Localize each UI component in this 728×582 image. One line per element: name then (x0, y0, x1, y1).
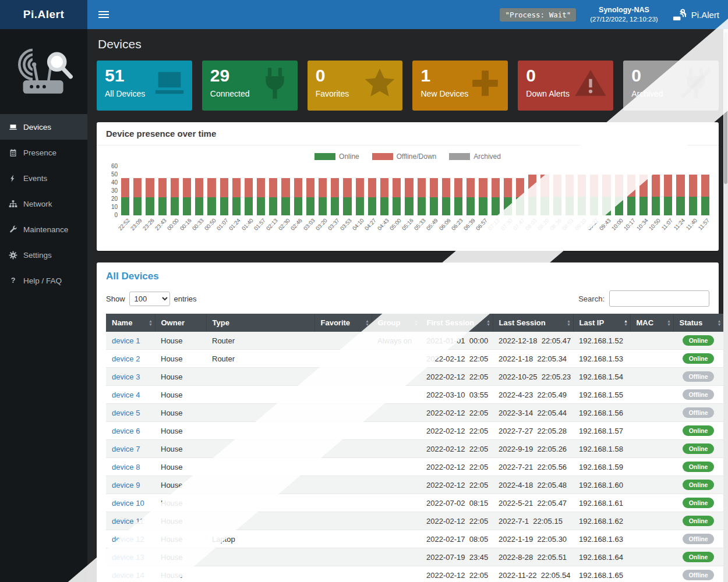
sidebar-item-maintenance[interactable]: Maintenance (0, 217, 87, 242)
calendar-icon (9, 148, 17, 157)
table-row[interactable]: device 12HouseLaptop2022-02-17 08:052022… (106, 530, 723, 548)
chart-bar (442, 166, 450, 215)
table-row[interactable]: device 4House2022-03-10 03:552022-4-23 2… (106, 386, 723, 404)
column-header-favorite[interactable]: Favorite▴▾ (314, 314, 372, 332)
table-row[interactable]: device 1HouseRouterAlways on2021-01-01 0… (106, 332, 723, 350)
table-row[interactable]: device 9House2022-02-12 22:052022-4-18 2… (106, 476, 723, 494)
wrench-icon (9, 225, 17, 234)
host-timestamp: (27/12/2022, 12:10:23) (590, 15, 658, 24)
hamburger-menu-icon[interactable] (96, 8, 111, 22)
stat-card-connected[interactable]: 29 Connected (202, 61, 298, 111)
table-row[interactable]: device 5House2022-02-12 22:052022-3-14 2… (106, 404, 723, 422)
page-length-select[interactable]: 100 (129, 292, 170, 306)
chart-bar (454, 166, 462, 215)
column-header-first-session[interactable]: First Session▴▾ (420, 314, 493, 332)
table-row[interactable]: device 7House2022-02-12 22:052022-9-19 2… (106, 440, 723, 458)
star-icon (363, 66, 397, 100)
device-link[interactable]: device 7 (112, 445, 140, 453)
stat-card-down-alerts[interactable]: 0 Down Alerts (518, 61, 613, 111)
sidebar-item-help-faq[interactable]: ? Help / FAQ (0, 268, 87, 293)
table-row[interactable]: device 11House2022-02-12 22:052022-7-1 2… (106, 512, 723, 530)
scrollbar-thumb[interactable] (724, 33, 727, 184)
vertical-scrollbar[interactable] (723, 29, 728, 582)
stat-card-new-devices[interactable]: 1 New Devices (412, 61, 508, 111)
cell-first_session: 2022-02-12 22:05 (420, 404, 493, 422)
chart-bar (368, 166, 376, 215)
device-link[interactable]: device 9 (112, 481, 140, 489)
device-link[interactable]: device 2 (112, 354, 140, 363)
table-row[interactable]: device 14House2022-02-12 22:052022-11-22… (106, 566, 723, 582)
sidebar-item-label: Settings (23, 251, 52, 260)
table-row[interactable]: device 2HouseRouter2022-02-12 22:052022-… (106, 350, 723, 368)
column-header-name[interactable]: Name▴▾ (106, 314, 155, 332)
column-header-type[interactable]: Type (206, 314, 314, 332)
cell-status: Offline (673, 368, 723, 386)
chart-y-tick: 60 (111, 163, 118, 169)
legend-swatch (449, 153, 470, 160)
table-row[interactable]: device 3House2022-02-12 22:052022-10-25 … (106, 368, 723, 386)
device-link[interactable]: device 5 (112, 409, 140, 417)
table-row[interactable]: device 8House2022-02-12 22:052022-7-21 2… (106, 458, 723, 476)
cell-status: Online (673, 422, 723, 440)
sidebar-item-label: Presence (23, 148, 56, 157)
app-logo[interactable]: Pi.Alert (0, 0, 87, 29)
device-link[interactable]: device 11 (112, 517, 144, 526)
stat-card-archived[interactable]: 0 Archived (623, 61, 719, 111)
chart-x-label: 06:57 (479, 217, 487, 244)
cell-status: Offline (673, 386, 723, 404)
navbar-brand-right[interactable]: Pi.Alert (672, 8, 719, 22)
chart-bar (171, 166, 179, 215)
chart-x-label: 03:37 (331, 217, 339, 244)
table-row[interactable]: device 6House2022-02-12 22:052022-7-27 2… (106, 422, 723, 440)
sidebar-item-devices[interactable]: Devices (0, 114, 87, 140)
cell-last_session: 2022-5-21 22:05.47 (493, 494, 573, 512)
device-link[interactable]: device 8 (112, 463, 140, 471)
device-link[interactable]: device 14 (112, 571, 144, 580)
chart-x-label: 08:36 (553, 217, 561, 244)
device-link[interactable]: device 6 (112, 427, 140, 435)
laptop-icon (9, 123, 17, 132)
cell-owner: House (155, 512, 206, 530)
chart-bar (294, 166, 302, 215)
chart-bar (504, 166, 512, 215)
cell-last_session: 2022-1-19 22:05.30 (493, 530, 573, 548)
cell-favorite (314, 476, 372, 494)
sidebar-item-settings[interactable]: Settings (0, 242, 87, 268)
column-header-last-session[interactable]: Last Session▴▾ (493, 314, 573, 332)
host-info: Synology-NAS (27/12/2022, 12:10:23) (590, 5, 658, 23)
search-input[interactable] (609, 290, 709, 307)
device-link[interactable]: device 1 (112, 336, 140, 345)
cell-last_ip: 192.168.1.53 (573, 350, 630, 368)
chart-bar (566, 166, 574, 215)
table-row[interactable]: device 13House2022-07-19 23:452022-8-28 … (106, 548, 723, 566)
sort-icon: ▴▾ (718, 320, 720, 327)
cell-last_session: 2022-7-21 22:05.56 (493, 458, 573, 476)
cell-group (372, 494, 420, 512)
column-header-status[interactable]: Status▴▾ (673, 314, 723, 332)
sidebar-item-network[interactable]: Network (0, 191, 87, 217)
legend-item: Online (314, 152, 359, 161)
device-link[interactable]: device 3 (112, 372, 140, 381)
legend-item: Offline/Down (372, 152, 436, 161)
chart-x-label: 05:00 (393, 217, 401, 244)
device-link[interactable]: device 10 (112, 499, 144, 508)
sidebar-item-events[interactable]: Events (0, 165, 87, 191)
stat-card-favorites[interactable]: 0 Favorites (308, 61, 403, 111)
status-badge: Online (683, 552, 714, 562)
device-link[interactable]: device 4 (112, 391, 140, 399)
stat-card-all-devices[interactable]: 51 All Devices (97, 61, 192, 111)
cell-owner: House (155, 350, 206, 368)
column-header-last-ip[interactable]: Last IP▴▾ (573, 314, 630, 332)
device-link[interactable]: device 12 (112, 535, 144, 544)
chart-x-label: 05:49 (430, 217, 438, 244)
device-link[interactable]: device 13 (112, 553, 144, 562)
column-header-mac[interactable]: MAC▴▾ (630, 314, 673, 332)
sidebar-item-presence[interactable]: Presence (0, 140, 87, 165)
column-header-owner[interactable]: Owner (155, 314, 206, 332)
chart-x-label: 11:24 (676, 217, 684, 244)
table-row[interactable]: device 10House2022-07-02 08:152022-5-21 … (106, 494, 723, 512)
all-devices-title: All Devices (106, 271, 709, 282)
chart-bar (195, 166, 203, 215)
chart-y-axis: 0102030405060 (106, 166, 121, 215)
column-header-group[interactable]: Group▴▾ (372, 314, 420, 332)
